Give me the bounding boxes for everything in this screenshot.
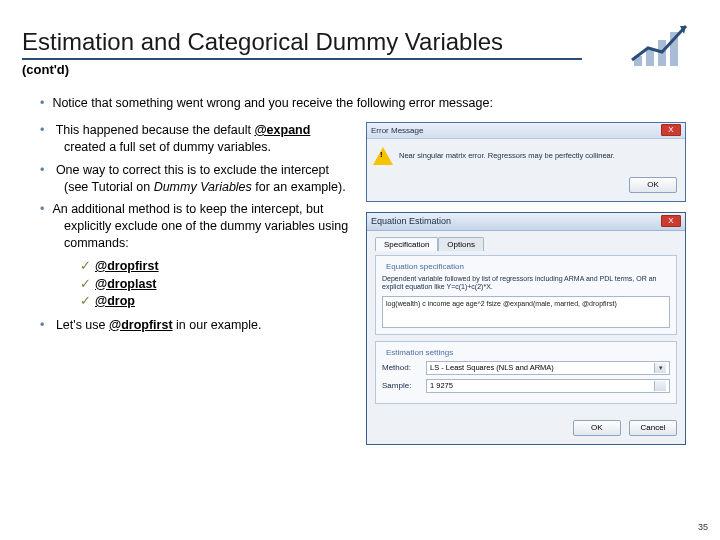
logo: [628, 18, 698, 70]
bullet-fix2: An additional method is to keep the inte…: [22, 201, 352, 252]
cmd-droplast: @droplast: [95, 277, 157, 291]
sample-input[interactable]: 1 9275: [426, 379, 670, 393]
group-est-settings: Estimation settings: [384, 348, 455, 357]
check-icon: ✓: [80, 259, 91, 273]
cancel-button[interactable]: Cancel: [629, 420, 677, 436]
bullet-cause: This happened because the default @expan…: [22, 122, 352, 156]
cmd-expand: @expand: [254, 123, 310, 137]
close-icon[interactable]: X: [661, 124, 681, 136]
page-title: Estimation and Categorical Dummy Variabl…: [22, 28, 582, 60]
tab-options[interactable]: Options: [438, 237, 484, 251]
spec-hint: Dependent variable followed by list of r…: [382, 275, 670, 292]
cmd-drop: @drop: [95, 294, 135, 308]
method-label: Method:: [382, 363, 422, 372]
ok-button[interactable]: OK: [629, 177, 677, 193]
chevron-down-icon: ▾: [654, 363, 666, 373]
command-list: ✓@dropfirst ✓@droplast ✓@drop: [22, 258, 352, 311]
tab-specification[interactable]: Specification: [375, 237, 438, 251]
ok-button[interactable]: OK: [573, 420, 621, 436]
error-dialog-title: Error Message: [371, 126, 661, 135]
cmd-dropfirst-use: @dropfirst: [109, 318, 173, 332]
bullet-intro: Notice that something went wrong and you…: [22, 95, 698, 112]
ref-dummy-vars: Dummy Variables: [154, 180, 252, 194]
error-text: Near singular matrix error. Regressors m…: [399, 151, 615, 160]
check-icon: ✓: [80, 294, 91, 308]
method-select[interactable]: LS - Least Squares (NLS and ARMA) ▾: [426, 361, 670, 375]
close-icon[interactable]: X: [661, 215, 681, 227]
error-dialog: Error Message X Near singular matrix err…: [366, 122, 686, 202]
bullet-fix1: One way to correct this is to exclude th…: [22, 162, 352, 196]
spec-input[interactable]: log(wealth) c income age age^2 fsize @ex…: [382, 296, 670, 328]
group-eq-spec: Equation specification: [384, 262, 466, 271]
equation-dialog-title: Equation Estimation: [371, 216, 661, 226]
warning-icon: [373, 147, 393, 165]
page-subtitle: (cont'd): [22, 62, 698, 77]
chevron-down-icon: [654, 381, 666, 391]
bullet-example: Let's use @dropfirst in our example.: [22, 317, 352, 334]
page-number: 35: [698, 522, 708, 532]
cmd-dropfirst: @dropfirst: [95, 259, 159, 273]
equation-dialog: Equation Estimation X Specification Opti…: [366, 212, 686, 445]
check-icon: ✓: [80, 277, 91, 291]
sample-label: Sample:: [382, 381, 422, 390]
